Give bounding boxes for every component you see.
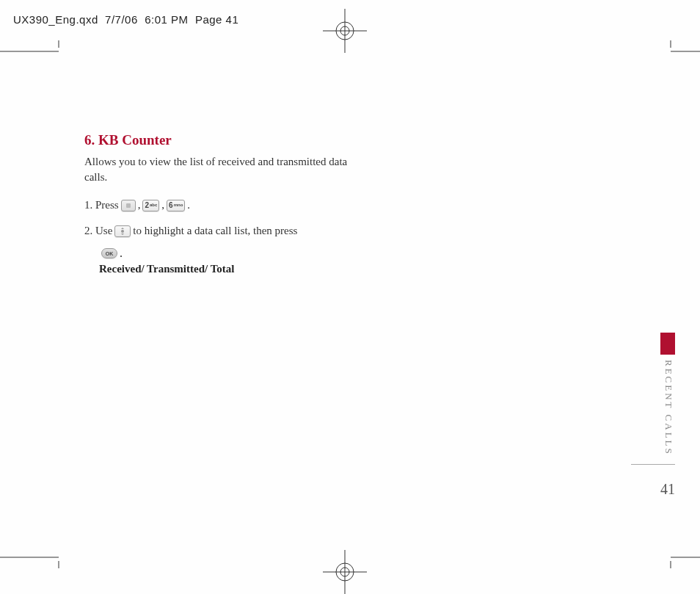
side-divider [631, 464, 675, 465]
svg-point-17 [121, 230, 124, 233]
crop-mark-icon [0, 546, 66, 568]
softkey-icon [121, 200, 136, 211]
header-filename: UX390_Eng.qxd [13, 13, 98, 26]
crop-mark-icon [663, 546, 700, 568]
ok-key-icon: OK [101, 248, 117, 258]
header-page: Page 41 [195, 13, 238, 26]
print-header: UX390_Eng.qxd 7/7/06 6:01 PM Page 41 [13, 13, 238, 26]
crop-mark-icon [663, 40, 700, 62]
crop-mark-icon [0, 40, 66, 62]
section-title: 6. KB Counter [84, 132, 363, 148]
options-list: Received/ Transmitted/ Total [99, 263, 363, 275]
step-2-end: . [120, 247, 123, 260]
section-side-label: RECENT CALLS [663, 360, 674, 456]
section-description: Allows you to view the list of received … [84, 154, 363, 185]
step-2: 2. Use to highlight a data call list, th… [84, 221, 363, 241]
step-1: 1. Press , 2abc , 6mno . [84, 195, 363, 215]
section-tab-marker [660, 333, 675, 355]
svg-rect-16 [126, 203, 131, 208]
page-number: 41 [660, 481, 675, 498]
header-time: 6:01 PM [145, 13, 188, 26]
registration-mark-top-icon [323, 9, 367, 53]
step-1-sep2: , [161, 195, 164, 215]
registration-mark-bottom-icon [323, 550, 367, 594]
step-2-mid: to highlight a data call list, then pres… [133, 221, 297, 241]
step-1-sep1: , [138, 195, 141, 215]
main-content: 6. KB Counter Allows you to view the lis… [84, 132, 363, 275]
step-1-prefix: 1. Press [84, 195, 119, 215]
step-2-continued: OK . [99, 247, 363, 260]
nav-key-icon [114, 225, 131, 237]
step-2-prefix: 2. Use [84, 221, 112, 241]
header-date: 7/7/06 [105, 13, 138, 26]
step-1-end: . [187, 195, 190, 215]
key-2-abc-icon: 2abc [142, 200, 159, 211]
key-6-mno-icon: 6mno [167, 200, 185, 211]
